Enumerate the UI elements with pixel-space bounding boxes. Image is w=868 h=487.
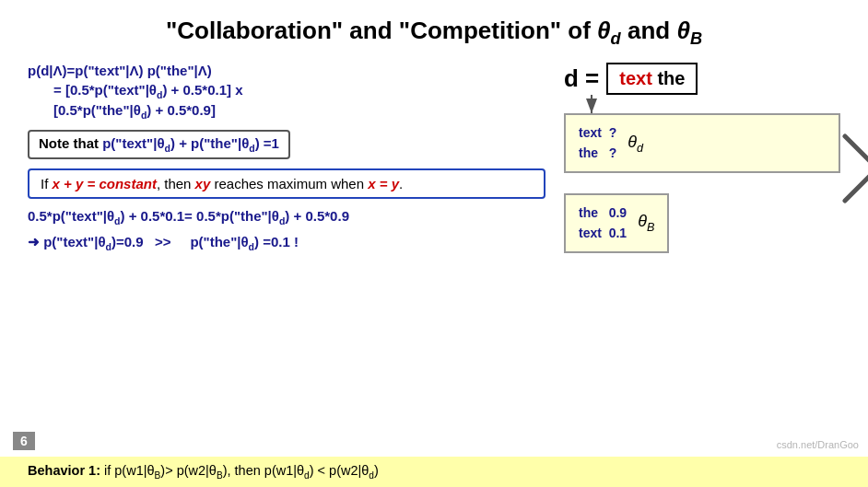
watermark: csdn.net/DranGoo [777,439,859,450]
title-theta-d: θd and θB [597,17,702,44]
note-box: Note that p("text"|θd) + p("the"|θd) =1 [28,130,290,159]
d-value-box: text the [606,63,698,95]
behavior-text: if p(w1|θB)> p(w2|θB), then p(w1|θd) < p… [104,463,379,478]
prob-line1: p(d|Λ)=p("text"|Λ) p("the"|Λ) [28,63,545,78]
theorem-box: If x + y = constant, then xy reaches max… [28,168,545,199]
theta-b-box: the 0.9text 0.1 θB [564,193,669,253]
theta-section: text ?the ? θd P(θd)=0.5 [564,113,840,182]
d-text-word: text [619,68,652,88]
prob-line2: = [0.5*p("text"|θd) + 0.5*0.1] x [53,82,545,100]
d-label: d = [564,64,599,93]
chevron-arrow [840,132,868,209]
page-number: 6 [13,432,35,450]
d-the-word: the [652,68,686,88]
d-equals-section: d = text the [564,63,698,95]
behavior-bar: Behavior 1: if p(w1|θB)> p(w2|θB), then … [0,457,868,487]
theta-b-text: the 0.9text 0.1 [579,203,627,244]
theta-d-text: text ?the ? [579,122,616,164]
chevron-svg [840,132,868,205]
theorem-xy: xy [195,176,211,191]
theorem-condition: x + y = constant [53,176,157,191]
theta-d-symbol: θd [628,133,643,155]
behavior-bold: Behavior 1: [28,463,100,478]
content-area: p(d|Λ)=p("text"|Λ) p("the"|Λ) = [0.5*p("… [28,63,840,258]
theorem-max: x = y [368,176,399,191]
slide-title: "Collaboration" and "Competition" of θd … [28,17,840,50]
theta-d-box: text ?the ? θd [564,113,840,173]
left-panel: p(d|Λ)=p("text"|Λ) p("the"|Λ) = [0.5*p("… [28,63,555,258]
result-line: ➜ p("text"|θd)=0.9 >> p("the"|θd) =0.1 ! [28,234,545,252]
eq-line: 0.5*p("text"|θd) + 0.5*0.1= 0.5*p("the"|… [28,208,545,226]
slide: "Collaboration" and "Competition" of θd … [0,0,868,487]
title-text: "Collaboration" and "Competition" of [166,17,591,44]
note-content: p("text"|θd) + p("the"|θd) =1 [102,135,279,151]
prob-line3: [0.5*p("the"|θd) + 0.5*0.9] [53,102,545,121]
theta-b-symbol: θB [638,212,654,234]
right-panel: d = text the [555,63,840,258]
